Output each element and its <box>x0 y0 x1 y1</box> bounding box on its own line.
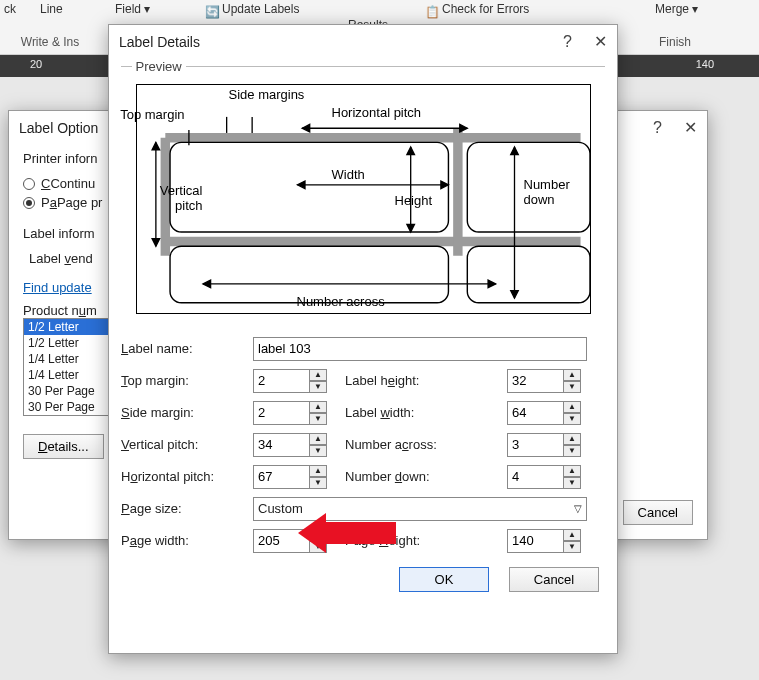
label-diagram: Side margins Top margin Horizontal pitch… <box>136 84 591 314</box>
spin-up-icon[interactable]: ▲ <box>309 465 327 477</box>
ribbon-group-write: Write & Ins <box>0 0 100 49</box>
svg-marker-25 <box>510 291 518 299</box>
svg-marker-24 <box>510 147 518 155</box>
svg-marker-27 <box>203 280 211 288</box>
spin-up-icon[interactable]: ▲ <box>563 369 581 381</box>
svg-marker-28 <box>488 280 496 288</box>
spin-down-icon[interactable]: ▼ <box>563 541 581 553</box>
side-margin-input[interactable]: ▲▼ <box>253 401 333 425</box>
label-name-input[interactable] <box>253 337 587 361</box>
spin-down-icon[interactable]: ▼ <box>563 445 581 457</box>
label-details-dialog: Label Details ? ✕ Preview <box>108 24 618 654</box>
label-name-label: Label name: <box>121 341 241 356</box>
ruler-tick-right: 140 <box>696 58 714 70</box>
close-button[interactable]: ✕ <box>594 25 607 59</box>
label-height-label: Label height: <box>345 373 495 388</box>
ribbon-check-errors[interactable]: 📋Check for Errors <box>425 2 529 19</box>
vertical-pitch-input[interactable]: ▲▼ <box>253 433 333 457</box>
spin-down-icon[interactable]: ▼ <box>563 477 581 489</box>
top-margin-input[interactable]: ▲▼ <box>253 369 333 393</box>
svg-marker-12 <box>302 124 310 132</box>
list-item[interactable]: 1/2 Letter <box>24 319 110 335</box>
spin-down-icon[interactable]: ▼ <box>309 381 327 393</box>
horizontal-pitch-label: Horizontal pitch: <box>121 469 241 484</box>
svg-rect-7 <box>467 246 590 303</box>
diagram-number-across-label: Number across <box>297 294 385 309</box>
horizontal-pitch-input[interactable]: ▲▼ <box>253 465 333 489</box>
spin-up-icon[interactable]: ▲ <box>309 401 327 413</box>
page-size-value: Custom <box>258 501 303 516</box>
svg-marker-15 <box>297 181 305 189</box>
spin-down-icon[interactable]: ▼ <box>309 477 327 489</box>
diagram-vertical-pitch-label: Vertical pitch <box>133 183 203 213</box>
spin-up-icon[interactable]: ▲ <box>563 529 581 541</box>
ruler-tick-left: 20 <box>30 58 42 70</box>
close-button[interactable]: ✕ <box>684 111 697 145</box>
diagram-number-down-label: Number down <box>524 177 584 207</box>
spin-down-icon[interactable]: ▼ <box>309 445 327 457</box>
svg-marker-21 <box>152 142 160 150</box>
page-height-input[interactable]: ▲▼ <box>507 529 587 553</box>
radio-page[interactable]: PaPage pr <box>23 195 102 210</box>
list-item[interactable]: 1/4 Letter <box>24 367 110 383</box>
titlebar: Label Details ? ✕ <box>109 25 617 59</box>
chevron-down-icon: ▽ <box>574 503 582 514</box>
svg-marker-18 <box>406 147 414 155</box>
spin-down-icon[interactable]: ▼ <box>563 381 581 393</box>
svg-marker-13 <box>459 124 467 132</box>
diagram-horizontal-pitch-label: Horizontal pitch <box>332 105 422 120</box>
spin-up-icon[interactable]: ▲ <box>563 433 581 445</box>
dialog-title: Label Details <box>119 25 563 59</box>
spin-up-icon[interactable]: ▲ <box>563 401 581 413</box>
number-down-label: Number down: <box>345 469 495 484</box>
find-updates-link[interactable]: Find update <box>23 280 92 295</box>
ok-button[interactable]: OK <box>399 567 489 592</box>
list-item[interactable]: 1/4 Letter <box>24 351 110 367</box>
number-down-input[interactable]: ▲▼ <box>507 465 587 489</box>
top-margin-label: Top margin: <box>121 373 241 388</box>
refresh-icon: 🔄 <box>205 5 219 19</box>
page-width-label: Page width: <box>121 533 241 548</box>
spin-up-icon[interactable]: ▲ <box>309 369 327 381</box>
spin-up-icon[interactable]: ▲ <box>309 433 327 445</box>
svg-rect-4 <box>170 142 448 232</box>
svg-marker-22 <box>152 239 160 247</box>
spin-up-icon[interactable]: ▲ <box>563 465 581 477</box>
side-margin-label: Side margin: <box>121 405 241 420</box>
list-item[interactable]: 30 Per Page <box>24 383 110 399</box>
ribbon-update-labels[interactable]: 🔄Update Labels <box>205 2 299 19</box>
diagram-height-label: Height <box>395 193 433 208</box>
annotation-arrow <box>298 513 396 553</box>
list-item[interactable]: 1/2 Letter <box>24 335 110 351</box>
cancel-button[interactable]: Cancel <box>509 567 599 592</box>
page-size-label: Page size: <box>121 501 241 516</box>
spin-down-icon[interactable]: ▼ <box>309 413 327 425</box>
svg-marker-19 <box>406 224 414 232</box>
diagram-width-label: Width <box>332 167 365 182</box>
checklist-icon: 📋 <box>425 5 439 19</box>
diagram-top-margin-label: Top margin <box>120 107 184 122</box>
help-button[interactable]: ? <box>563 25 572 59</box>
number-across-label: Number across: <box>345 437 495 452</box>
label-width-input[interactable]: ▲▼ <box>507 401 587 425</box>
cancel-button[interactable]: Cancel <box>623 500 693 525</box>
label-height-input[interactable]: ▲▼ <box>507 369 587 393</box>
number-across-input[interactable]: ▲▼ <box>507 433 587 457</box>
details-button[interactable]: DDetails...etails... <box>23 434 104 459</box>
label-width-label: Label width: <box>345 405 495 420</box>
preview-group: Preview <box>121 59 605 333</box>
svg-marker-16 <box>440 181 448 189</box>
list-item[interactable]: 30 Per Page <box>24 399 110 415</box>
preview-legend: Preview <box>132 59 186 74</box>
help-button[interactable]: ? <box>653 111 662 145</box>
spin-down-icon[interactable]: ▼ <box>563 413 581 425</box>
ribbon-group-finish: Finish <box>635 0 715 49</box>
diagram-side-margins-label: Side margins <box>229 87 305 102</box>
ribbon-field[interactable]: Field ▾ <box>115 2 150 16</box>
radio-continuous[interactable]: CContinu <box>23 176 95 191</box>
vertical-pitch-label: Vertical pitch: <box>121 437 241 452</box>
product-listbox[interactable]: 1/2 Letter 1/2 Letter 1/4 Letter 1/4 Let… <box>23 318 111 416</box>
